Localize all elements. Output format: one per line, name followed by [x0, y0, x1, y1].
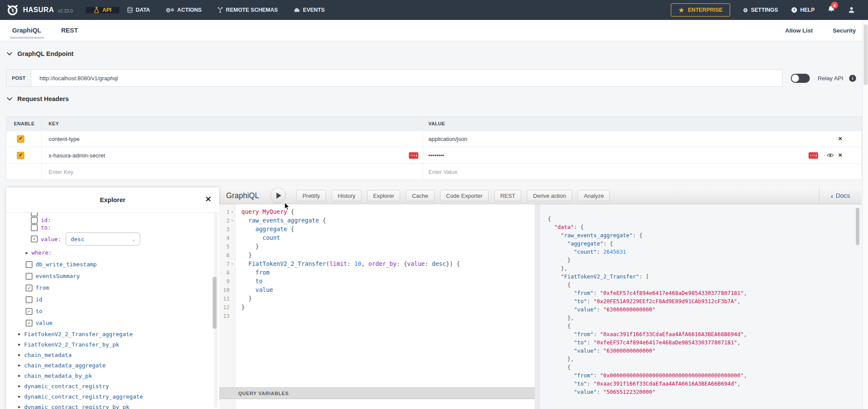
field-checkbox[interactable]	[31, 213, 38, 216]
response-line: "raw_events_aggregate": {	[548, 231, 861, 239]
tab-rest[interactable]: REST	[61, 20, 78, 41]
field-checkbox[interactable]	[31, 224, 38, 231]
close-icon[interactable]: ✕	[205, 195, 211, 204]
explorer-item-id[interactable]: id	[6, 294, 213, 305]
enterprise-button[interactable]: ★ ENTERPRISE	[671, 3, 730, 16]
remove-header-icon[interactable]: ✕	[838, 152, 842, 158]
expand-arrow-icon[interactable]: ▶	[18, 342, 20, 347]
explorer-item-dynamic-contract-registry-by-pk[interactable]: ▶dynamic_contract_registry_by_pk	[6, 402, 213, 409]
enable-checkbox[interactable]	[17, 135, 24, 143]
scrollbar-thumb[interactable]	[864, 24, 868, 85]
new-header-key-input[interactable]: Enter Key	[41, 164, 423, 180]
gutter-line: 10	[219, 285, 235, 294]
docs-toggle-button[interactable]: ‹ Docs	[819, 187, 861, 204]
endpoint-url-input[interactable]: http://localhost:8080/v1/graphql	[39, 75, 118, 82]
expand-arrow-icon[interactable]: ▶	[18, 373, 20, 378]
fold-arrow-icon[interactable]: ▾	[230, 262, 235, 266]
expand-arrow-icon[interactable]: ▶	[26, 251, 28, 255]
nav-item-api[interactable]: API	[86, 7, 119, 13]
help-button[interactable]: ? HELP	[791, 7, 815, 13]
explorer-item-value-[interactable]: value:desc⌄	[6, 231, 213, 247]
fold-arrow-icon[interactable]: ▾	[230, 210, 235, 214]
sort-direction-select[interactable]: desc⌄	[66, 232, 140, 245]
nav-item-data[interactable]: DATA	[119, 7, 158, 13]
toolbar-button-analyze[interactable]: Analyze	[578, 190, 610, 201]
explorer-item-chain-metadata-aggregate[interactable]: ▶chain_metadata_aggregate	[6, 360, 213, 370]
page-scrollbar[interactable]	[862, 20, 868, 409]
info-icon[interactable]: i	[849, 75, 856, 84]
explorer-item-id-[interactable]: id:	[6, 216, 213, 224]
explorer-item-chain-metadata[interactable]: ▶chain_metadata	[6, 350, 213, 360]
execute-query-button[interactable]	[270, 188, 286, 203]
explorer-item-partial[interactable]	[6, 213, 213, 216]
explorer-item-db-write-timestamp[interactable]: db_write_timestamp	[6, 258, 213, 270]
header-key-text: x-hasura-admin-secret	[49, 152, 105, 159]
expand-arrow-icon[interactable]: ▶	[18, 405, 20, 409]
field-checkbox[interactable]	[31, 217, 38, 224]
request-headers-section-toggle[interactable]: Request Headers	[7, 95, 69, 102]
expand-arrow-icon[interactable]: ▶	[18, 353, 20, 357]
field-checkbox[interactable]	[26, 308, 33, 315]
field-checkbox[interactable]	[26, 261, 33, 268]
explorer-item-chain-metadata-by-pk[interactable]: ▶chain_metadata_by_pk	[6, 370, 213, 381]
nav-item-actions[interactable]: ⚙⚙ ACTIONS	[158, 7, 210, 13]
nav-item-remote-schemas[interactable]: REMOTE SCHEMAS	[210, 7, 286, 13]
field-checkbox[interactable]	[31, 236, 38, 242]
explorer-item-value[interactable]: value	[6, 317, 213, 329]
toolbar-button-code-exporter[interactable]: Code Exporter	[440, 190, 489, 201]
enable-checkbox[interactable]	[17, 152, 24, 159]
user-menu-button[interactable]	[848, 7, 855, 13]
expand-arrow-icon[interactable]: ▶	[18, 363, 20, 367]
tab-graphiql[interactable]: GraphiQL	[12, 20, 41, 41]
toolbar-button-derive-action[interactable]: Derive action	[527, 190, 572, 201]
explorer-item-eventssummary[interactable]: eventsSummary	[6, 270, 213, 282]
toolbar-button-explorer[interactable]: Explorer	[367, 190, 400, 201]
hasura-logo-icon[interactable]	[6, 3, 19, 16]
field-checkbox[interactable]	[26, 285, 33, 291]
explorer-item-where-[interactable]: ▶where:	[6, 247, 213, 258]
allow-list-link[interactable]: Allow List	[785, 27, 813, 34]
header-value-input[interactable]: •••••••• ✕	[423, 147, 861, 164]
toolbar-button-prettify[interactable]: Prettify	[296, 190, 326, 201]
line-number: 2	[219, 217, 230, 224]
explorer-scrollbar[interactable]	[214, 213, 218, 408]
query-variables-editor[interactable]	[219, 399, 535, 409]
expand-arrow-icon[interactable]: ▶	[18, 384, 20, 388]
explorer-item-dynamic-contract-registry[interactable]: ▶dynamic_contract_registry	[6, 381, 213, 391]
response-line: },	[548, 314, 861, 322]
header-key-input[interactable]: content-type	[41, 131, 423, 147]
header-key-input[interactable]: x-hasura-admin-secret	[41, 147, 423, 164]
field-checkbox[interactable]	[26, 320, 33, 327]
graphql-endpoint-section-toggle[interactable]: GraphQL Endpoint	[7, 50, 73, 57]
scrollbar-thumb[interactable]	[213, 277, 217, 329]
fold-arrow-icon[interactable]: ▾	[230, 219, 235, 222]
toolbar-button-history[interactable]: History	[332, 190, 361, 201]
query-variables-bar[interactable]: QUERY VARIABLES	[219, 387, 535, 399]
settings-button[interactable]: ⚙ SETTINGS	[743, 7, 778, 13]
nav-item-events[interactable]: EVENTS	[286, 7, 332, 13]
explorer-item-dynamic-contract-registry-aggregate[interactable]: ▶dynamic_contract_registry_aggregate	[6, 391, 213, 402]
explorer-item-to[interactable]: to	[6, 305, 213, 317]
security-link[interactable]: Security	[833, 27, 856, 34]
explorer-item-from[interactable]: from	[6, 282, 213, 294]
explorer-item-fiattokenv2-2-transfer-by-pk[interactable]: ▶FiatTokenV2_2_Transfer_by_pk	[6, 339, 213, 350]
remove-header-icon[interactable]: ✕	[838, 136, 842, 142]
reveal-eye-icon[interactable]	[827, 153, 834, 158]
new-header-value-input[interactable]: Enter Value	[423, 164, 861, 180]
explorer-item-to-[interactable]: to:	[6, 224, 213, 231]
field-checkbox[interactable]	[26, 273, 33, 280]
query-editor[interactable]: 1▾2▾34567▾8910111213 query MyQuery { raw…	[219, 204, 535, 387]
toolbar-button-rest[interactable]: REST	[494, 190, 522, 201]
relay-api-toggle[interactable]	[791, 74, 810, 83]
pane-divider[interactable]	[535, 204, 540, 409]
explorer-item-fiattokenv2-2-transfer-aggregate[interactable]: ▶FiatTokenV2_2_Transfer_aggregate	[6, 329, 213, 339]
response-scrollbar-thumb[interactable]	[856, 208, 859, 245]
help-label: HELP	[800, 7, 815, 13]
notifications-button[interactable]: 8	[828, 5, 835, 15]
expand-arrow-icon[interactable]: ▶	[18, 332, 20, 336]
field-checkbox[interactable]	[26, 296, 33, 303]
brand-name[interactable]: HASURA	[23, 6, 54, 14]
header-value-input[interactable]: application/json ✕	[423, 131, 861, 147]
toolbar-button-cache[interactable]: Cache	[406, 190, 434, 201]
expand-arrow-icon[interactable]: ▶	[18, 394, 20, 399]
